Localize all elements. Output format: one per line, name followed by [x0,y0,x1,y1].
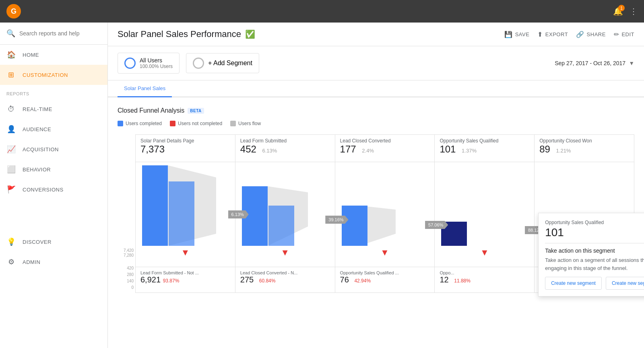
audience-icon: 👤 [6,125,16,134]
funnel-step-2-header: Lead Form Submitted 452 6.13% [235,135,335,162]
all-users-segment[interactable]: All Users 100.00% Users [118,53,180,74]
drop-arrow-4: ▼ [480,247,489,258]
y-axis: 7,420 7,280 420 280 140 0 [118,134,135,293]
funnel-step-5-name: Opportunity Closed Won [539,138,629,144]
sidebar-item-admin[interactable]: ⚙ ADMIN [0,252,107,272]
funnel-drop-4-pct: 11.88% [454,278,471,284]
funnel-step-3-name: Lead Closed Converted [340,138,430,144]
realtime-icon: ⏱ [6,105,16,113]
add-segment-label: + Add Segment [208,60,252,67]
y-label-420: 420 [127,266,134,270]
sidebar-item-label-admin: ADMIN [23,259,40,265]
sidebar-item-label-home: HOME [23,52,39,58]
export-button[interactable]: ⬆ EXPORT [537,31,568,38]
funnel-step-2-count: 452 6.13% [240,144,330,155]
funnel-chart-wrapper: 7,420 7,280 420 280 140 0 Solar Panel De… [118,134,634,293]
legend-dot-flow [230,121,236,126]
funnel-drop-3-label: Opportunity Sales Qualified ... [340,270,430,275]
edit-button[interactable]: ✏ EDIT [614,31,634,38]
segment-circle-filled [124,58,136,69]
funnel-step-4-bars: 88.12% ▼ [435,162,534,267]
sidebar-item-label-behavior: BEHAVIOR [23,167,51,173]
y-label-7280: 7,280 [124,253,134,257]
step-1-bar-not-completed [169,181,194,246]
sidebar-item-conversions[interactable]: 🚩 CONVERSIONS [0,179,107,200]
funnel-step-1-count: 7,373 [140,144,230,155]
app-logo-area: G [6,4,21,19]
segment-name: All Users [140,57,173,64]
funnel-step-2: Lead Form Submitted 452 6.13% [235,135,335,292]
section-title: Closed Funnel Analysis [118,107,184,114]
home-icon: 🏠 [6,50,16,59]
search-box[interactable]: 🔍 [0,23,107,45]
legend-label-not-completed: Users not completed [178,121,222,126]
notifications-button[interactable]: 🔔 1 [613,6,623,16]
funnel-step-4: Opportunity Sales Qualified 101 1.37% [435,135,535,292]
sidebar-item-acquisition[interactable]: 📈 ACQUISITION [0,139,107,159]
notification-badge: 1 [618,5,625,11]
sidebar-item-label-audience: AUDIENCE [23,126,51,132]
funnel-step-2-name: Lead Form Submitted [240,138,330,144]
header-actions: 💾 SAVE ⬆ EXPORT 🔗 SHARE ✏ EDIT [504,31,634,38]
funnel-step-4-pct: 1.37% [462,148,477,154]
funnel-step-5-header: Opportunity Closed Won 89 1.21% [535,135,634,162]
tab-bar: Solar Panel Sales [108,80,644,97]
acquisition-icon: 📈 [6,145,16,154]
funnel-drop-4-count: 12 11.88% [440,275,529,284]
add-segment-button[interactable]: + Add Segment [186,53,259,73]
funnel-step-2-pct: 6.13% [262,148,277,154]
funnel-drop-1-pct: 93.87% [163,278,180,284]
step-2-bar-not-completed [268,206,294,246]
transition-arrow-2: 39.16% [325,216,348,224]
search-input[interactable] [19,30,101,37]
create-segment-button[interactable]: Create new segment [545,277,602,290]
transition-arrow-1: 6.13% [228,210,249,218]
date-range-selector[interactable]: Sep 27, 2017 - Oct 26, 2017 ▼ [555,60,634,66]
behavior-icon: ⬜ [6,165,16,174]
funnel-drop-3-count: 76 42.94% [340,275,430,284]
funnel-drop-4-label: Oppo... [440,270,529,275]
share-button[interactable]: 🔗 SHARE [576,31,606,38]
date-range-arrow: ▼ [629,60,634,66]
sidebar-item-label-discover: DISCOVER [23,239,52,245]
funnel-step-3-header: Lead Closed Converted 177 2.4% [335,135,435,162]
create-segment-remarket-button[interactable]: Create new segment and remarket [606,277,644,290]
sidebar-item-behavior[interactable]: ⬜ BEHAVIOR [0,159,107,179]
y-label-140: 140 [127,279,134,283]
main-layout: 🔍 🏠 HOME ⊞ CUSTOMIZATION Reports ⏱ REAL-… [0,23,644,348]
sidebar-item-label-customization: CUSTOMIZATION [23,72,68,78]
sidebar-item-label-acquisition: ACQUISITION [23,146,59,152]
funnel-step-1-footer: Lead Form Submitted - Not ... 6,921 93.8… [136,267,235,292]
drop-arrow-1: ▼ [181,247,190,258]
sidebar-item-discover[interactable]: 💡 DISCOVER [0,232,107,252]
sidebar: 🔍 🏠 HOME ⊞ CUSTOMIZATION Reports ⏱ REAL-… [0,23,108,348]
funnel-step-5-pct: 1.21% [556,148,571,154]
app-icon: G [6,4,21,19]
save-icon: 💾 [504,31,513,38]
funnel-columns: Solar Panel Details Page 7,373 [135,134,634,293]
top-nav-actions: 🔔 1 ⋮ [613,6,638,16]
funnel-drop-2-pct: 60.84% [259,278,276,284]
funnel-tooltip: Opportunity Sales Qualified 101 Take act… [538,213,644,297]
sidebar-item-customization[interactable]: ⊞ CUSTOMIZATION [0,65,107,85]
segment-circle-empty [193,58,204,69]
tooltip-action-title: Take action on this segment [545,247,644,254]
tab-solar-panel-sales[interactable]: Solar Panel Sales [118,80,172,97]
sidebar-item-home[interactable]: 🏠 HOME [0,45,107,65]
funnel-step-1-header: Solar Panel Details Page 7,373 [136,135,235,162]
funnel-drop-2-count: 275 60.84% [240,275,330,284]
sidebar-item-realtime[interactable]: ⏱ REAL-TIME [0,99,107,119]
save-button[interactable]: 💾 SAVE [504,31,529,38]
funnel-step-3-bars: 57.06% ▼ [335,162,435,267]
more-options-button[interactable]: ⋮ [630,6,638,16]
content-header: Solar Panel Sales Performance ✅ 💾 SAVE ⬆… [108,23,644,46]
sidebar-navigation: 🏠 HOME ⊞ CUSTOMIZATION Reports ⏱ REAL-TI… [0,45,107,348]
share-icon: 🔗 [576,31,584,38]
funnel-step-2-footer: Lead Closed Converted - N... 275 60.84% [235,267,335,292]
export-icon: ⬆ [537,31,543,38]
sidebar-item-audience[interactable]: 👤 AUDIENCE [0,119,107,139]
drop-arrow-3: ▼ [380,247,389,258]
tooltip-description: Take action on a segment of all sessions… [545,256,644,272]
section-title-area: Closed Funnel Analysis BETA [118,107,634,114]
step-1-bar-completed [142,165,168,246]
